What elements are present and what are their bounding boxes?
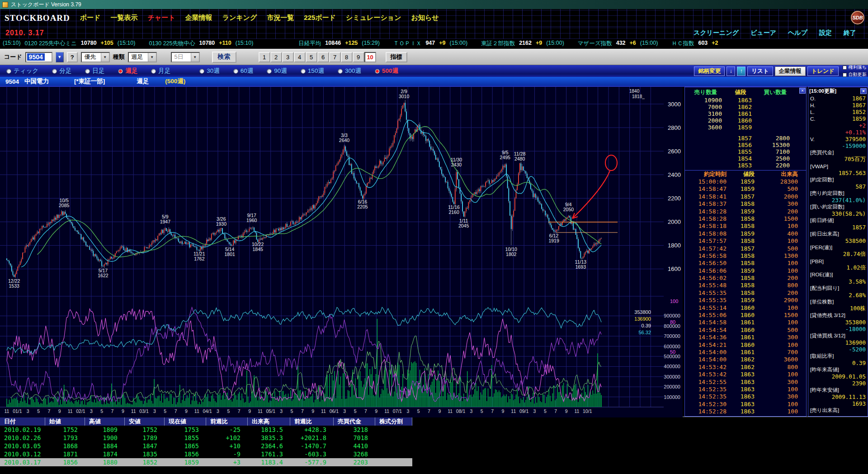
tape-row: 14:56:021858200 [685, 275, 806, 282]
period-count-button-6[interactable]: 6 [317, 52, 329, 62]
detail-label: C. [810, 116, 816, 122]
radio-label: 月足 [158, 67, 170, 75]
period-count-button-8[interactable]: 8 [341, 52, 353, 62]
menu-item-チャート[interactable]: チャート [148, 14, 175, 22]
svg-text:10/1: 10/1 [583, 408, 592, 414]
tape-row: 14:58:281859200 [685, 208, 806, 215]
subbar-button-スクリーニング[interactable]: スクリーニング [693, 29, 739, 37]
history-row[interactable]: 2010.02.191752180917521753-251813.5+428.… [0, 426, 412, 434]
period-radio-150週[interactable]: 150週 [301, 67, 324, 75]
period-radio-90週[interactable]: 90週 [267, 67, 287, 75]
period-radio-300週[interactable]: 300週 [338, 67, 361, 75]
code-dropdown-button[interactable]: ▼ [56, 52, 64, 62]
trend-button[interactable]: トレンド [807, 66, 839, 76]
trade-volume: 300 [755, 393, 798, 400]
period-count-button-7[interactable]: 7 [329, 52, 341, 62]
cell: 1835 [125, 450, 165, 458]
menu-item-シミュレーション[interactable]: シミュレーション [346, 14, 401, 22]
chevron-down-icon[interactable]: ▼ [101, 53, 109, 62]
period-count-button-1[interactable]: 1 [259, 52, 270, 62]
detail-value: 330(58.2%) [832, 210, 866, 217]
period-radio-500週[interactable]: 500週 [375, 67, 398, 75]
type-label: 種類 [113, 53, 125, 61]
menu-item-ランキング[interactable]: ランキング [222, 14, 257, 22]
detail-line: 2009.11.13 [808, 393, 868, 400]
svg-text:1947: 1947 [160, 219, 171, 224]
subbar-button-終了[interactable]: 終了 [844, 29, 856, 37]
period-count-button-9[interactable]: 9 [353, 52, 364, 62]
period-radio-30週[interactable]: 30週 [199, 67, 220, 75]
buy-qty [755, 110, 796, 117]
period-radio-60週[interactable]: 60週 [233, 67, 254, 75]
trade-time: 14:54:21 [685, 341, 726, 349]
trade-time: 14:56:06 [685, 267, 726, 275]
svg-text:7: 7 [47, 408, 50, 414]
detail-value: -5200 [849, 346, 866, 353]
company-info-button[interactable]: 企業情報 [775, 66, 806, 76]
subbar-button-設定[interactable]: 設定 [819, 29, 832, 37]
period-count-button-5[interactable]: 5 [306, 52, 317, 62]
checkbox-自動更新[interactable]: 自動更新 [843, 71, 867, 78]
menu-item-225ボード[interactable]: 225ボード [304, 14, 336, 22]
period-count-button-4[interactable]: 4 [294, 52, 306, 62]
list-button[interactable]: リスト [747, 66, 773, 76]
chevron-down-icon[interactable]: ▼ [191, 53, 199, 62]
menu-item-一覧表示[interactable]: 一覧表示 [111, 14, 138, 22]
indicator-button[interactable]: 指標 [386, 52, 407, 62]
svg-text:7: 7 [111, 408, 114, 414]
history-row[interactable]: 2010.02.261793190017891855+1023835.3+202… [0, 434, 412, 442]
detail-line: 28.74倍 [808, 251, 868, 258]
sell-qty: 7000 [685, 104, 726, 110]
arrow-down-button[interactable]: ↓ [726, 66, 735, 76]
detail-line: 3.58% [808, 278, 868, 285]
priority-dropdown-value: 優先 [82, 53, 101, 62]
menu-item-ボード[interactable]: ボード [80, 14, 101, 22]
subbar-button-ヘルプ[interactable]: ヘルプ [788, 29, 807, 37]
cell: -577.9 [290, 458, 334, 466]
period-count-button-2[interactable]: 2 [270, 52, 282, 62]
period-radio-月足[interactable]: 月足 [151, 67, 170, 75]
chevron-down-icon[interactable]: ▼ [148, 53, 156, 62]
history-row[interactable]: 2010.03.171856188018521859+31183.4-577.9… [0, 458, 412, 466]
svg-text:1818_: 1818_ [632, 94, 645, 99]
history-row[interactable]: 2010.03.051868188418471865+102364.6-1470… [0, 442, 412, 450]
checkbox-権利落ち[interactable]: 権利落ち [843, 64, 867, 71]
trade-price: 1859 [726, 208, 755, 215]
close-icon[interactable]: × [799, 88, 806, 94]
search-button[interactable]: 検索 [212, 52, 236, 63]
close-icon[interactable]: × [860, 88, 867, 94]
svg-text:7: 7 [238, 408, 241, 414]
period-radio-分足[interactable]: 分足 [52, 67, 71, 75]
period-radio-ティック[interactable]: ティック [6, 67, 38, 75]
svg-text:5: 5 [544, 408, 547, 414]
price-volume-chart[interactable]: 3000280026002400220020001800160090000080… [0, 87, 683, 417]
trade-time: 14:58:28 [685, 215, 726, 223]
menu-item-お知らせ[interactable]: お知らせ [411, 14, 439, 22]
change-symbol-button[interactable]: 銘柄変更 [694, 66, 725, 76]
period-radio-日足[interactable]: 日足 [85, 67, 104, 75]
history-row[interactable]: 2010.03.121871187418351856-91761.3-603.3… [0, 450, 412, 458]
subbar-button-ビューア[interactable]: ビューア [750, 29, 776, 37]
detail-line: -18000 [808, 326, 868, 332]
svg-text:01/1: 01/1 [13, 408, 22, 414]
menu-item-市況一覧[interactable]: 市況一覧 [267, 14, 294, 22]
time-and-sales-list[interactable]: 15:00:0018592830014:58:47185950014:58:41… [685, 178, 806, 416]
tape-row: 14:52:351863100 [685, 386, 806, 393]
chart-type-dropdown[interactable]: 週足▼ [128, 52, 157, 62]
interval-dropdown[interactable]: 5日▼ [171, 52, 200, 62]
option-checkboxes: 権利落ち自動更新 [843, 64, 867, 78]
period-count-button-3[interactable]: 3 [282, 52, 294, 62]
svg-text:2050: 2050 [563, 207, 574, 212]
period-count-button-10[interactable]: 10 [364, 52, 376, 62]
ticker-time: (15:00) [546, 40, 564, 47]
trade-volume: 100 [755, 260, 798, 267]
priority-dropdown[interactable]: 優先▼ [81, 52, 110, 62]
detail-label: [PBR] [810, 259, 824, 264]
svg-text:353800: 353800 [634, 309, 651, 315]
stock-code-input[interactable]: 9504 [25, 52, 52, 62]
help-button[interactable]: ? [67, 52, 78, 62]
period-radio-週足[interactable]: 週足 [118, 67, 137, 75]
arrow-up-button[interactable]: ↑ [737, 66, 745, 76]
cell: +3 [206, 458, 248, 466]
menu-item-企業情報[interactable]: 企業情報 [185, 14, 212, 22]
